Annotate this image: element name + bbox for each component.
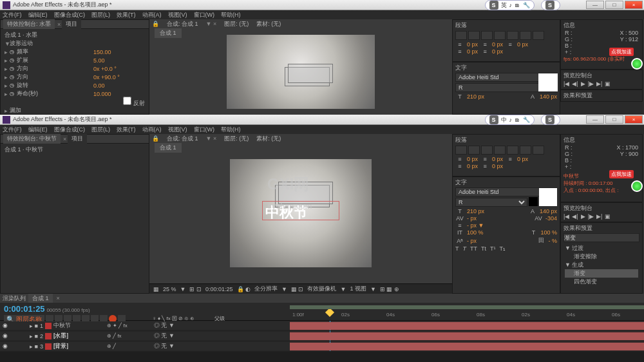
comp-flowchart-tab[interactable]: 合成 1 — [155, 143, 182, 153]
prop-value[interactable]: 5.00 — [93, 57, 145, 64]
layer-name[interactable]: [水墨] — [53, 332, 105, 340]
play-button[interactable]: ▶ — [581, 81, 585, 87]
prop-value[interactable]: 150.00 — [93, 49, 145, 55]
ime-chip[interactable]: S — [541, 115, 560, 125]
tab-layer[interactable]: 图层: (无) — [224, 135, 249, 143]
resolution-select[interactable]: 全分辨率 — [254, 285, 278, 293]
menu-file[interactable]: 文件(F) — [3, 126, 22, 134]
layer-color-chip[interactable] — [45, 333, 52, 339]
bold-button[interactable]: T — [455, 245, 459, 252]
menu-file[interactable]: 文件(F) — [3, 11, 22, 19]
stroke-color-swatch[interactable] — [539, 188, 557, 206]
tab-composition[interactable]: 合成: 合成 1 — [167, 20, 198, 28]
ime-tool-icon[interactable]: ♪ — [509, 2, 513, 8]
prop-value[interactable]: 0x +90.0 ° — [93, 74, 145, 81]
first-frame-button[interactable]: |◀ — [564, 81, 569, 87]
tree-item[interactable]: 渐变擦除 — [565, 252, 638, 261]
layer-color-chip[interactable] — [45, 343, 52, 350]
tab-effect-controls[interactable]: 特效控制台: 水墨 — [3, 19, 55, 29]
layer-color-chip[interactable] — [45, 323, 52, 329]
subscript-button[interactable]: T₁ — [500, 245, 506, 252]
menu-composition[interactable]: 图像合成(C) — [54, 126, 86, 134]
prop-value[interactable]: 10.000 — [93, 91, 145, 97]
close-button[interactable]: × — [625, 1, 643, 9]
notification-tag[interactable]: 点我加速 — [609, 48, 634, 56]
close-button[interactable]: × — [625, 115, 643, 124]
tree-folder[interactable]: ▼ 过渡 — [565, 244, 638, 252]
prev-frame-button[interactable]: ◀| — [572, 213, 578, 220]
tab-project[interactable]: 项目 — [68, 134, 87, 144]
layer-name[interactable]: 中秋节 — [53, 321, 105, 330]
next-frame-button[interactable]: |▶ — [588, 81, 594, 87]
menu-animation[interactable]: 动画(A) — [142, 126, 162, 134]
tab-composition[interactable]: 合成: 合成 1 — [167, 135, 198, 143]
align-left-button[interactable] — [455, 31, 467, 40]
views-select[interactable]: 1 视图 — [350, 285, 366, 293]
ram-preview-button[interactable]: ▣ — [605, 213, 611, 220]
fill-color-swatch[interactable] — [529, 197, 538, 206]
ime-chip[interactable]: S — [541, 0, 560, 10]
minimize-button[interactable]: — — [586, 1, 604, 9]
layer-row[interactable]: ◉ ▸ ■3 [背景] ⊕ ╱ ◎ 无 ▼ — [0, 341, 644, 352]
menu-layer[interactable]: 图层(L) — [91, 126, 110, 134]
layer-row[interactable]: ◉ ▸ ■2 [水墨] ⊕ ╱ fx ◎ 无 ▼ — [0, 331, 644, 341]
ime-tool-icon[interactable]: 🔧 — [523, 117, 530, 123]
work-area-bar[interactable] — [290, 305, 644, 309]
reflect-checkbox[interactable] — [123, 97, 131, 105]
justify-left-button[interactable] — [494, 31, 506, 40]
align-right-button[interactable] — [481, 146, 493, 155]
time-indicator-head[interactable] — [325, 308, 334, 317]
tree-item-selected[interactable]: 渐变 — [565, 269, 638, 278]
ime-bar-1[interactable]: S 英 ♪ 🗈 🔧 — [485, 0, 535, 10]
camera-select[interactable]: 有效摄像机 — [307, 285, 336, 293]
time-ruler[interactable]: 1:00f 02s 04s 06s 08s 02s 04s 06s — [290, 303, 644, 320]
notification-bubble[interactable] — [631, 58, 643, 70]
menu-composition[interactable]: 图像合成(C) — [54, 11, 86, 19]
ime-tool-icon[interactable]: 🔧 — [523, 2, 530, 8]
menu-window[interactable]: 窗口(W) — [194, 126, 215, 134]
color-swatch[interactable] — [538, 73, 558, 91]
allcaps-button[interactable]: TT — [470, 245, 477, 252]
maximize-button[interactable]: □ — [605, 1, 623, 9]
menu-window[interactable]: 窗口(W) — [194, 11, 215, 19]
tab-footage[interactable]: 素材: (无) — [256, 20, 281, 28]
justify-center-button[interactable] — [507, 146, 518, 155]
layer-name[interactable]: [背景] — [53, 342, 105, 350]
menu-edit[interactable]: 编辑(E) — [28, 11, 48, 19]
menu-effect[interactable]: 效果(T) — [117, 11, 136, 19]
disclosure-icon[interactable]: ▸ — [5, 108, 10, 114]
close-icon[interactable]: × — [63, 136, 66, 142]
align-center-button[interactable] — [468, 146, 480, 155]
smallcaps-button[interactable]: Tt — [481, 245, 486, 252]
ime-tool-icon[interactable]: 🗈 — [515, 2, 520, 8]
tab-render-queue[interactable]: 渲染队列 — [3, 294, 26, 303]
justify-right-button[interactable] — [520, 146, 531, 155]
stopwatch-icon[interactable]: ◷ — [10, 66, 14, 71]
play-button[interactable]: ▶ — [581, 213, 585, 220]
tree-folder[interactable]: ▼ 生成 — [565, 261, 638, 269]
menu-edit[interactable]: 编辑(E) — [28, 126, 48, 134]
align-right-button[interactable] — [481, 31, 493, 40]
tab-comp[interactable]: 合成 1 — [28, 294, 53, 303]
menu-view[interactable]: 视图(V) — [168, 126, 187, 134]
first-frame-button[interactable]: |◀ — [564, 213, 569, 220]
stopwatch-icon[interactable]: ◷ — [10, 74, 14, 80]
italic-button[interactable]: T — [463, 245, 467, 252]
tree-item[interactable]: 四色渐变 — [565, 278, 638, 286]
last-frame-button[interactable]: ▶| — [596, 81, 602, 87]
visibility-toggle[interactable]: ◉ — [3, 332, 10, 340]
align-center-button[interactable] — [468, 31, 480, 40]
ime-tool-icon[interactable]: ♪ — [509, 117, 513, 123]
align-left-button[interactable] — [455, 146, 467, 155]
notification-bubble[interactable] — [631, 180, 643, 192]
justify-left-button[interactable] — [494, 146, 506, 155]
prop-value[interactable]: 0x +0.0 ° — [93, 66, 145, 72]
tab-footage[interactable]: 素材: (无) — [256, 135, 281, 143]
justify-center-button[interactable] — [507, 31, 518, 40]
comp-flowchart-tab[interactable]: 合成 1 — [155, 28, 182, 38]
text-bounding-box[interactable] — [262, 201, 339, 220]
maximize-button[interactable]: □ — [605, 115, 623, 124]
comp-canvas[interactable]: 中秋节 — [230, 159, 372, 267]
stopwatch-icon[interactable]: ◷ — [10, 82, 14, 88]
tab-effect-controls[interactable]: 特效控制台: 中秋节 — [3, 134, 61, 144]
